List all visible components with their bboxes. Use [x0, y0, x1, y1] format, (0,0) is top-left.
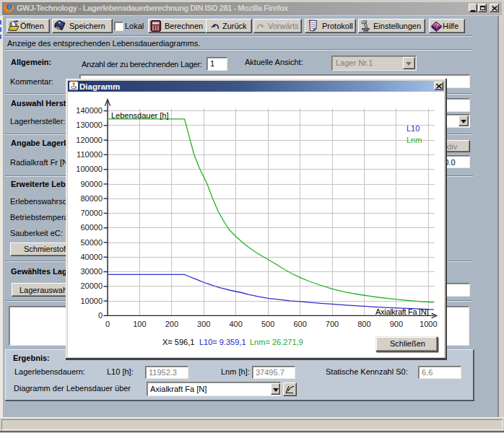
svg-text:?: ? — [435, 24, 438, 29]
